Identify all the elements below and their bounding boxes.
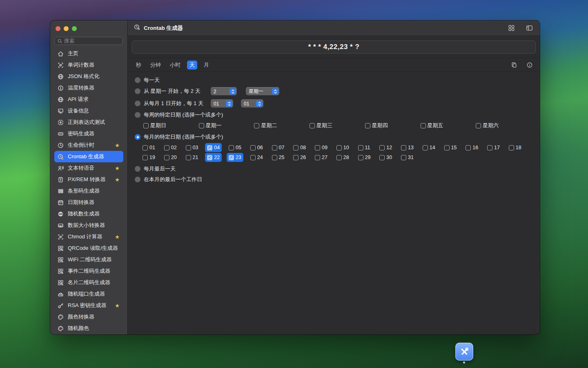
stepper-icon[interactable] [229,88,236,94]
sidebar-item[interactable]: 名片二维码生成器 [54,277,123,288]
radio-last-day[interactable] [135,166,140,172]
weekday-checkbox[interactable]: 星期二 [252,121,279,130]
sidebar-item[interactable]: 文本转语音★ [54,162,123,174]
sidebar-item[interactable]: RSA 密钥生成器★ [54,300,123,311]
radio-weekday-interval[interactable] [135,88,140,94]
sidebar-item[interactable]: JSON 格式化 [54,71,123,82]
monthday-checkbox[interactable]: 09 [313,143,330,152]
monthday-checkbox[interactable]: 11 [356,143,372,152]
start-day-select[interactable]: 01 [241,99,263,108]
radio-weekly-specific[interactable] [135,112,140,118]
monthday-checkbox[interactable]: 30 [377,153,394,162]
zoom-button[interactable] [72,26,77,31]
sidebar-item[interactable]: 温度转换器 [54,82,123,94]
monthday-checkbox[interactable]: ✓23 [227,153,243,162]
weekday-checkbox[interactable]: 星期日 [141,121,168,130]
option-weekly-specific[interactable]: 每周的特定日期 (选择一个或多个) [135,111,536,119]
option-every-day[interactable]: 每一天 [135,76,536,84]
weekday-checkbox[interactable]: 星期五 [419,121,445,130]
sidebar-item[interactable]: 随机颜色 [54,323,123,334]
tab-天[interactable]: 天 [187,61,197,70]
sidebar-item[interactable]: 条形码生成器 [54,185,123,197]
minimize-button[interactable] [64,26,69,31]
option-weekday-interval[interactable]: 从 星期一 开始，每 2 天 2 星期一 [135,87,536,95]
sidebar-item[interactable]: 主页 [54,48,123,59]
stepper-icon[interactable] [226,101,232,107]
monthday-checkbox[interactable]: ✓22 [205,153,222,162]
sidebar-item[interactable]: WiFi 二维码生成器 [54,254,123,265]
monthday-checkbox[interactable]: 13 [399,143,416,152]
monthday-checkbox[interactable]: 16 [463,143,480,152]
weekday-checkbox[interactable]: 星期四 [363,121,390,130]
monthday-checkbox[interactable]: 27 [313,153,330,162]
monthday-checkbox[interactable]: 05 [227,143,243,152]
radio-monthly-specific[interactable] [135,134,140,140]
weekday-checkbox[interactable]: 星期三 [307,121,334,130]
sidebar-item[interactable]: QRCode 读取/生成器 [54,242,123,254]
sidebar-item[interactable]: API 请求 [54,94,123,105]
weekday-select[interactable]: 星期一 [246,87,279,95]
sidebar-item[interactable]: 正则表达式测试 [54,117,123,128]
sidebar-item[interactable]: 随机数生成器 [54,208,123,220]
monthday-checkbox[interactable]: 02 [162,143,179,152]
info-icon[interactable] [526,61,533,69]
tab-小时[interactable]: 小时 [167,61,183,70]
sidebar-item[interactable]: 随机端口生成器 [54,288,123,300]
sidebar-item[interactable]: Crontab 生成器 [54,151,123,162]
monthday-checkbox[interactable]: 29 [356,153,373,162]
monthday-checkbox[interactable]: 07 [270,143,287,152]
interval-select[interactable]: 2 [211,87,237,95]
monthday-checkbox[interactable]: 26 [291,153,308,162]
monthday-checkbox[interactable]: ✓04 [205,143,222,152]
radio-monthday-interval[interactable] [135,101,140,106]
monthday-checkbox[interactable]: 12 [377,143,394,152]
day-interval-select[interactable]: 01 [211,99,233,108]
monthday-checkbox[interactable]: 10 [334,143,351,152]
monthday-checkbox[interactable]: 20 [162,153,179,162]
option-monthday-interval[interactable]: 从每月 1 日开始，每 1 天 01 01 [135,99,536,108]
stepper-icon[interactable] [256,101,263,107]
monthday-checkbox[interactable]: 03 [184,143,200,152]
sidebar-item[interactable]: 单词计数器 [54,59,123,71]
apps-grid-icon[interactable] [507,24,515,32]
option-last-day[interactable]: 每月最后一天 [135,165,536,173]
sidebar-item[interactable]: 颜色转换器 [54,311,123,323]
tab-月[interactable]: 月 [201,61,212,70]
weekday-checkbox[interactable]: 星期一 [197,121,224,130]
radio-last-workday[interactable] [135,177,140,182]
option-monthly-specific[interactable]: 每月的特定日期 (选择一个或多个) [135,133,536,141]
monthday-checkbox[interactable]: 06 [248,143,265,152]
monthday-checkbox[interactable]: 19 [140,153,157,162]
sidebar-toggle-icon[interactable] [525,24,533,32]
monthday-checkbox[interactable]: 31 [399,153,416,162]
sidebar-item[interactable]: 事件二维码生成器 [54,265,123,277]
close-button[interactable] [56,26,60,31]
sidebar-item[interactable]: 密码生成器 [54,128,123,139]
sidebar-item[interactable]: 日期转换器 [54,197,123,208]
monthday-checkbox[interactable]: 15 [442,143,459,152]
monthday-checkbox[interactable]: 01 [140,143,157,152]
monthday-checkbox[interactable]: 14 [421,143,437,152]
radio-every-day[interactable] [135,77,140,83]
tab-秒[interactable]: 秒 [134,61,144,70]
tab-分钟[interactable]: 分钟 [148,61,163,70]
sidebar-item[interactable]: 数据大小转换器 [54,220,123,231]
search-field[interactable] [54,37,123,45]
option-last-workday[interactable]: 在本月的最后一个工作日 [135,175,536,184]
copy-icon[interactable] [510,61,518,69]
monthday-checkbox[interactable]: 25 [270,153,287,162]
monthday-checkbox[interactable]: 18 [507,143,523,152]
monthday-checkbox[interactable]: 17 [485,143,502,152]
monthday-checkbox[interactable]: 28 [334,153,351,162]
sidebar-item[interactable]: 设备信息 [54,105,123,117]
stepper-icon[interactable] [272,88,278,94]
sidebar-item[interactable]: PX/REM 转换器★ [54,174,123,185]
devtools-dock-icon[interactable] [455,343,473,361]
weekday-checkbox[interactable]: 星期六 [474,121,501,130]
monthday-checkbox[interactable]: 21 [184,153,200,162]
search-input[interactable] [64,38,120,44]
monthday-checkbox[interactable]: 24 [248,153,265,162]
sidebar-item[interactable]: Chmod 计算器★ [54,231,123,242]
sidebar-item[interactable]: 生命倒计时★ [54,139,123,151]
monthday-checkbox[interactable]: 08 [291,143,308,152]
